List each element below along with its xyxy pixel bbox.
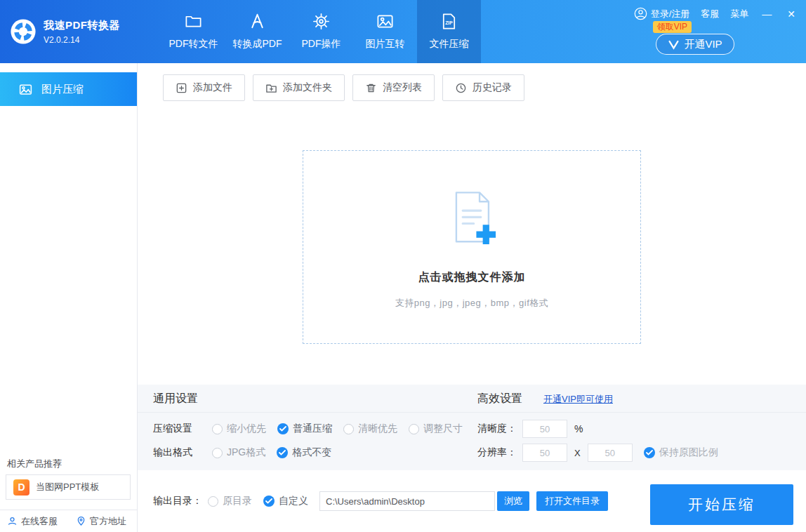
nav-tab-label: 转换成PDF <box>233 38 282 51</box>
compression-options: 缩小优先 普通压缩 清晰优先 <box>212 423 463 435</box>
clarity-input[interactable] <box>522 420 567 438</box>
add-file-icon <box>176 82 187 94</box>
clear-list-button[interactable]: 清空列表 <box>352 74 435 101</box>
nav-tab-pdf-ops[interactable]: PDF操作 <box>289 0 353 63</box>
output-format-label: 输出格式 <box>153 446 212 459</box>
radio-check-icon <box>277 447 288 458</box>
user-icon <box>634 7 647 20</box>
browse-button[interactable]: 浏览 <box>497 491 529 511</box>
sidebar-footer: 在线客服 官方地址 <box>0 510 137 532</box>
add-file-button[interactable]: 添加文件 <box>163 74 245 101</box>
settings-panel: 通用设置 高效设置 开通VIP即可使用 压缩设置 缩小优先 <box>138 385 806 470</box>
clear-list-label: 清空列表 <box>383 81 422 94</box>
resolution-height-input[interactable] <box>588 444 633 462</box>
output-dir-label: 输出目录： <box>153 495 202 507</box>
settings-titles-row: 通用设置 高效设置 开通VIP即可使用 <box>138 390 806 413</box>
resolution-label: 分辨率： <box>477 446 517 459</box>
resolution-width-input[interactable] <box>522 444 567 462</box>
vip-required-link[interactable]: 开通VIP即可使用 <box>543 393 613 406</box>
pdf-icon <box>248 12 267 31</box>
nav-tab-pdf-to-file[interactable]: PDF转文件 <box>161 0 225 63</box>
vip-icon <box>668 39 680 51</box>
dropzone-subtitle: 支持png，jpg，jpeg，bmp，gif格式 <box>395 297 549 310</box>
recommend-product-label: 当图网PPT模板 <box>36 481 99 493</box>
resolution-separator: X <box>574 448 581 458</box>
nav-tab-image-convert[interactable]: 图片互转 <box>353 0 417 63</box>
official-site-label: 官方地址 <box>90 515 126 528</box>
app-title: 我速PDF转换器 <box>44 19 120 32</box>
online-service-link[interactable]: 在线客服 <box>7 515 58 528</box>
close-button[interactable]: ✕ <box>785 8 798 20</box>
open-vip-label: 开通VIP <box>684 38 722 51</box>
nav-tab-label: PDF操作 <box>302 38 341 51</box>
file-dropzone[interactable]: 点击或拖拽文件添加 支持png，jpg，jpeg，bmp，gif格式 <box>303 150 641 344</box>
compression-settings-group: 压缩设置 缩小优先 普通压缩 <box>153 423 477 435</box>
radio-circle-icon <box>208 496 218 507</box>
header: 我速PDF转换器 V2.0.2.14 PDF转文件 转换成PD <box>0 0 806 63</box>
minimize-button[interactable]: — <box>760 8 774 20</box>
clock-icon <box>455 82 467 94</box>
radio-circle-icon <box>212 424 223 434</box>
open-dir-button[interactable]: 打开文件目录 <box>536 491 608 511</box>
settings-row-2: 输出格式 JPG格式 格式不变 <box>153 441 806 465</box>
radio-original-dir[interactable]: 原目录 <box>208 495 252 507</box>
radio-circle-icon <box>409 424 419 434</box>
sidebar-item-image-compress[interactable]: 图片压缩 <box>0 72 137 106</box>
login-register-label: 登录/注册 <box>651 8 690 20</box>
resolution-setting: 分辨率： X 保持原图比例 <box>477 444 718 462</box>
radio-clarity-priority[interactable]: 清晰优先 <box>343 423 397 435</box>
dangtu-logo-icon: D <box>13 479 29 496</box>
brand: 我速PDF转换器 V2.0.2.14 <box>0 0 138 63</box>
body: 图片压缩 相关产品推荐 D 当图网PPT模板 在线客服 <box>0 63 806 532</box>
app-logo-icon <box>10 18 37 45</box>
nav-tab-label: PDF转文件 <box>169 38 218 51</box>
header-utility-row: 登录/注册 客服 菜单 — ✕ <box>634 7 798 20</box>
radio-normal-compress[interactable]: 普通压缩 <box>277 423 332 435</box>
radio-jpg-format[interactable]: JPG格式 <box>212 446 265 459</box>
output-format-options: JPG格式 格式不变 <box>212 446 331 459</box>
checkbox-check-icon <box>644 447 655 458</box>
add-folder-button[interactable]: 添加文件夹 <box>253 74 345 101</box>
history-label: 历史记录 <box>473 81 512 94</box>
add-file-label: 添加文件 <box>193 81 232 94</box>
checkbox-keep-ratio[interactable]: 保持原图比例 <box>644 446 718 459</box>
dropzone-title: 点击或拖拽文件添加 <box>418 270 526 285</box>
trash-icon <box>365 82 377 94</box>
sidebar-item-label: 图片压缩 <box>41 83 84 96</box>
radio-check-icon <box>263 496 275 507</box>
service-person-icon <box>7 516 18 526</box>
radio-resize[interactable]: 调整尺寸 <box>409 423 463 435</box>
clarity-label: 清晰度： <box>477 423 517 435</box>
radio-custom-dir[interactable]: 自定义 <box>263 495 308 507</box>
nav-tab-label: 文件压缩 <box>430 38 469 51</box>
login-register-link[interactable]: 登录/注册 <box>634 7 690 20</box>
nav-tab-to-pdf[interactable]: 转换成PDF <box>225 0 289 63</box>
recommend-product-link[interactable]: D 当图网PPT模板 <box>6 474 131 500</box>
open-vip-button[interactable]: 开通VIP <box>656 34 734 55</box>
add-folder-label: 添加文件夹 <box>283 81 332 94</box>
radio-keep-format[interactable]: 格式不变 <box>277 446 331 459</box>
main-nav: PDF转文件 转换成PDF PDF操作 <box>161 0 481 63</box>
clarity-unit: % <box>574 423 583 434</box>
app-version: V2.0.2.14 <box>44 35 120 45</box>
history-button[interactable]: 历史记录 <box>442 74 524 101</box>
settings-row-1: 压缩设置 缩小优先 普通压缩 <box>153 417 806 441</box>
recommend-title: 相关产品推荐 <box>7 458 62 470</box>
vip-claim-badge[interactable]: 领取VIP <box>653 21 692 33</box>
image-icon <box>376 12 395 31</box>
image-compress-icon <box>18 82 33 97</box>
nav-tab-label: 图片互转 <box>366 38 405 51</box>
start-compress-button[interactable]: 开始压缩 <box>650 484 793 525</box>
zip-icon: ZIP <box>440 12 458 31</box>
compression-settings-label: 压缩设置 <box>153 423 212 435</box>
main-content: 添加文件 添加文件夹 <box>138 63 806 532</box>
menu-link[interactable]: 菜单 <box>730 8 748 20</box>
radio-shrink-priority[interactable]: 缩小优先 <box>212 423 266 435</box>
customer-service-link[interactable]: 客服 <box>701 8 719 20</box>
gear-icon <box>312 12 331 31</box>
output-path-input[interactable] <box>319 491 495 511</box>
settings-rows: 压缩设置 缩小优先 普通压缩 <box>138 413 806 465</box>
advanced-settings-title: 高效设置 <box>477 392 522 406</box>
official-site-link[interactable]: 官方地址 <box>76 515 126 528</box>
nav-tab-file-compress[interactable]: ZIP 文件压缩 <box>417 0 481 63</box>
